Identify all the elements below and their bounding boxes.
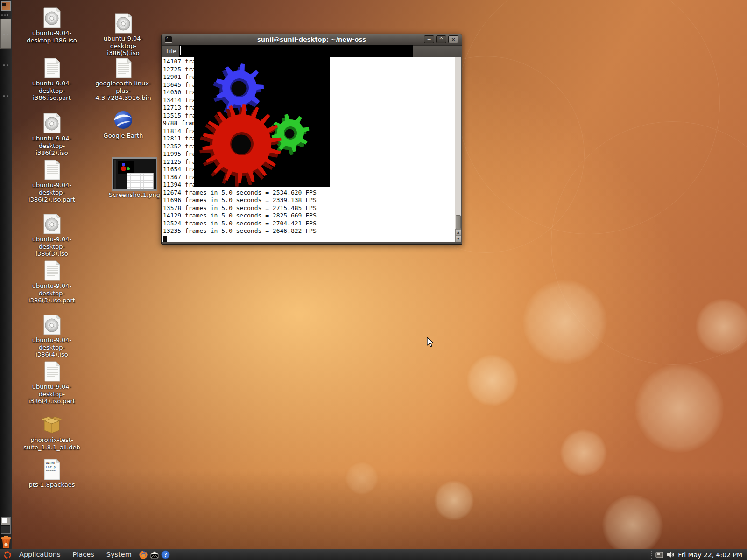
- desktop-icon[interactable]: ubuntu-9.04-desktop-i386(3).iso: [23, 213, 81, 258]
- window-selector-icon[interactable]: [655, 552, 663, 558]
- volume-icon[interactable]: [667, 551, 675, 558]
- glxgears-artifact-band: [179, 45, 413, 57]
- desktop-screen: ubuntu-9.04-desktop-i386.iso ubuntu-9.04…: [0, 0, 747, 560]
- scroll-down-button[interactable]: ▼: [455, 236, 461, 242]
- desktop-icon[interactable]: ubuntu-9.04-desktop-i386(4).iso.part: [23, 360, 81, 405]
- terminal-output-line: 13524 frames in 5.0 seconds = 2704.421 F…: [163, 220, 456, 228]
- desktop-icon[interactable]: Google Earth: [94, 109, 152, 140]
- scroll-up-button[interactable]: ▲: [455, 229, 461, 236]
- terminal-output-line: 14129 frames in 5.0 seconds = 2825.669 F…: [163, 212, 456, 220]
- bottom-panel: Applications Places System ?: [0, 549, 747, 560]
- glxgears-window: [194, 57, 330, 187]
- window-thumbnail-icon[interactable]: [1, 1, 11, 11]
- desktop-icon[interactable]: ubuntu-9.04-desktop-i386(3).iso.part: [23, 259, 81, 304]
- deb-package-icon: [41, 413, 63, 436]
- wallpaper-bokeh: [635, 364, 724, 453]
- terminal-cursor: [163, 236, 167, 242]
- left-panel: [0, 0, 12, 549]
- desktop-icon-label: ubuntu-9.04-desktop-i386(3).iso: [23, 236, 81, 258]
- desktop-icon[interactable]: phoronix-test-suite_1.8.1_all.deb: [23, 413, 81, 451]
- menu-system[interactable]: System: [101, 549, 137, 560]
- desktop-icon-label: ubuntu-9.04-desktop-i386.iso.part: [23, 80, 81, 102]
- desktop-icon[interactable]: ubuntu-9.04-desktop-i386.iso: [23, 7, 81, 44]
- terminal-output-line: 13578 frames in 5.0 seconds = 2715.485 F…: [163, 204, 456, 212]
- menu-file[interactable]: File: [165, 48, 178, 55]
- desktop-icon[interactable]: ubuntu-9.04-desktop-i386(4).iso: [23, 314, 81, 358]
- menu-places[interactable]: Places: [68, 549, 99, 560]
- desktop-icon-label: ubuntu-9.04-desktop-i386(2).iso.part: [23, 182, 81, 203]
- panel-handle[interactable]: [651, 551, 652, 559]
- desktop-icon[interactable]: ubuntu-9.04-desktop-i386(5).iso: [94, 12, 152, 57]
- wallpaper-bokeh: [602, 495, 663, 555]
- red-gear: [199, 104, 281, 187]
- desktop-icon-label: googleearth-linux-plus-4.3.7284.3916.bin: [94, 80, 152, 102]
- desktop-icon[interactable]: WARNI For p ===== pts-1.8packaes: [23, 458, 81, 489]
- panel-handle[interactable]: [3, 34, 8, 35]
- document-icon: [41, 159, 63, 181]
- desktop-icon[interactable]: Screenshot1.png: [106, 157, 162, 199]
- desktop-icon-label: pts-1.8packaes: [29, 481, 75, 489]
- minimize-button[interactable]: −: [424, 35, 434, 43]
- trash-icon[interactable]: [1, 535, 11, 549]
- terminal-output-line: 11696 frames in 5.0 seconds = 2339.138 F…: [163, 196, 456, 204]
- desktop-icon[interactable]: ubuntu-9.04-desktop-i386.iso.part: [23, 57, 81, 102]
- window-title: sunil@sunil-desktop: ~/new-oss: [162, 36, 462, 43]
- mouse-cursor: [426, 337, 436, 348]
- cd-icon: [41, 314, 63, 336]
- panel-handle[interactable]: [3, 95, 8, 97]
- cd-icon: [41, 112, 63, 134]
- file-preview-line: WARNI: [46, 462, 56, 465]
- desktop-icon-label: Google Earth: [104, 132, 143, 140]
- window-list-button[interactable]: [0, 19, 11, 49]
- wallpaper-bokeh: [434, 481, 474, 520]
- menu-applications[interactable]: Applications: [14, 549, 66, 560]
- terminal-output-line: 12674 frames in 5.0 seconds = 2534.620 F…: [163, 189, 456, 197]
- terminal-scrollbar[interactable]: ▲ ▼: [455, 57, 461, 242]
- desktop-icon-label: phoronix-test-suite_1.8.1_all.deb: [23, 436, 81, 451]
- desktop-icon-label: ubuntu-9.04-desktop-i386(3).iso.part: [23, 282, 81, 304]
- help-icon[interactable]: ?: [161, 550, 170, 559]
- workspace-switcher[interactable]: [1, 517, 11, 534]
- cd-icon: [41, 7, 63, 29]
- wallpaper-bokeh: [560, 429, 607, 476]
- wallpaper-bokeh: [523, 280, 607, 364]
- desktop-icon-label: ubuntu-9.04-desktop-i386(5).iso: [94, 35, 152, 57]
- terminal-output-line: 13235 frames in 5.0 seconds = 2646.822 F…: [163, 227, 456, 235]
- desktop-icon[interactable]: ubuntu-9.04-desktop-i386(2).iso: [23, 112, 81, 157]
- file-preview-line: For p: [46, 465, 56, 469]
- wallpaper-bokeh: [696, 299, 747, 355]
- google-earth-globe-icon: [112, 109, 134, 132]
- cd-icon: [112, 12, 134, 35]
- desktop-icon[interactable]: googleearth-linux-plus-4.3.7284.3916.bin: [94, 57, 152, 102]
- document-icon: [41, 57, 63, 79]
- terminal-titlebar[interactable]: sunil@sunil-desktop: ~/new-oss − ^ ×: [162, 34, 462, 46]
- wallpaper-bokeh: [467, 355, 518, 406]
- panel-handle[interactable]: [3, 64, 8, 66]
- scrollbar-thumb[interactable]: [456, 215, 461, 229]
- workspace-1[interactable]: [1, 518, 10, 526]
- green-gear: [268, 114, 309, 155]
- document-icon: [41, 259, 63, 282]
- glxgears-render: [194, 57, 330, 187]
- document-icon: [112, 57, 134, 79]
- maximize-button[interactable]: ^: [436, 35, 446, 43]
- cd-icon: [41, 213, 63, 235]
- desktop-icon-label: ubuntu-9.04-desktop-i386(4).iso.part: [23, 383, 81, 405]
- file-preview-line: =====: [46, 469, 56, 473]
- mail-icon[interactable]: [150, 551, 159, 559]
- ubuntu-logo-icon: [3, 550, 12, 560]
- screenshot-thumbnail-icon: [112, 157, 157, 191]
- close-button[interactable]: ×: [448, 35, 458, 43]
- desktop-icon-label: ubuntu-9.04-desktop-i386.iso: [23, 29, 81, 44]
- clock[interactable]: Fri May 22, 4:02 PM: [678, 551, 742, 559]
- desktop-icon-label: Screenshot1.png: [109, 191, 160, 199]
- text-file-icon: WARNI For p =====: [42, 458, 61, 481]
- svg-text:?: ?: [164, 552, 167, 558]
- desktop-icon-label: ubuntu-9.04-desktop-i386(2).iso: [23, 135, 81, 157]
- desktop-icon-label: ubuntu-9.04-desktop-i386(4).iso: [23, 336, 81, 358]
- desktop-icon[interactable]: ubuntu-9.04-desktop-i386(2).iso.part: [23, 159, 81, 203]
- document-icon: [41, 360, 63, 383]
- panel-handle[interactable]: [1, 14, 8, 16]
- wallpaper-bokeh: [345, 462, 378, 495]
- firefox-icon[interactable]: [139, 550, 148, 560]
